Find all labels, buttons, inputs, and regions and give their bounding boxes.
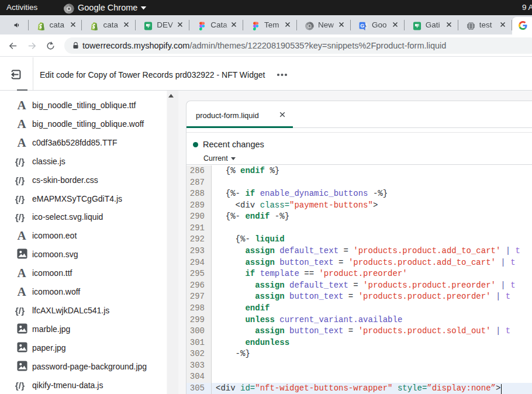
svg-text:G: G (360, 23, 364, 29)
